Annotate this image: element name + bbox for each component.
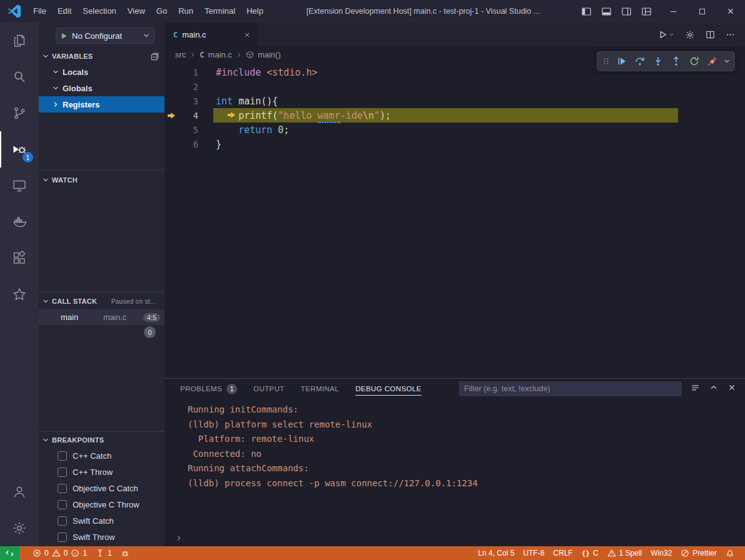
maximize-button[interactable]: [687, 0, 716, 22]
scope-registers[interactable]: Registers: [39, 96, 165, 112]
debug-console-repl-input[interactable]: [188, 534, 745, 543]
activity-extensions-icon[interactable]: [0, 240, 39, 276]
panel-tab-output[interactable]: OUTPUT: [253, 379, 285, 399]
gear-button[interactable]: [685, 30, 695, 40]
close-tab-icon[interactable]: [243, 31, 251, 39]
filter-lines-button[interactable]: [691, 383, 700, 394]
checkbox[interactable]: [58, 468, 67, 477]
activity-source-control-icon[interactable]: [0, 95, 39, 131]
activity-star-icon[interactable]: [0, 276, 39, 312]
activity-explorer-icon[interactable]: [0, 22, 39, 59]
platform[interactable]: Win32: [646, 546, 676, 560]
menu-edit[interactable]: Edit: [52, 0, 77, 22]
menu-run[interactable]: Run: [173, 0, 199, 22]
menu-terminal[interactable]: Terminal: [199, 0, 241, 22]
code-token: [216, 124, 238, 136]
step-into-button[interactable]: [650, 53, 666, 69]
breakpoints-section-header[interactable]: BREAKPOINTS: [39, 432, 165, 448]
activity-remote-explorer-icon[interactable]: [0, 168, 39, 204]
minimize-button[interactable]: [659, 0, 687, 22]
code-line[interactable]: 5 return 0;: [165, 122, 745, 137]
checkbox[interactable]: [58, 484, 67, 493]
panel-tab-problems[interactable]: PROBLEMS1: [180, 379, 237, 399]
code-line[interactable]: 3int main(){: [165, 94, 745, 108]
tab-main.c[interactable]: C main.c: [165, 22, 257, 47]
code-editor[interactable]: 1#include <stdio.h>23int main(){4 printf…: [165, 62, 745, 151]
disconnect-button[interactable]: [704, 53, 721, 69]
debug-config-dropdown[interactable]: No Configurat: [56, 28, 155, 44]
step-into-icon: [653, 56, 663, 66]
encoding[interactable]: UTF-8: [519, 546, 549, 560]
breakpoint-objective-c-catch[interactable]: Objective C Catch: [39, 480, 165, 496]
frame-position-badge: 4:5: [143, 313, 160, 322]
eol[interactable]: CRLF: [549, 546, 577, 560]
code-line[interactable]: 2: [165, 79, 745, 94]
forwarded-ports[interactable]: 1: [91, 546, 116, 560]
breakpoint-swift-catch[interactable]: Swift Catch: [39, 512, 165, 529]
star-icon: [12, 287, 27, 302]
step-out-button[interactable]: [668, 53, 684, 69]
menu-go[interactable]: Go: [151, 0, 173, 22]
panel-tab-debug-console[interactable]: DEBUG CONSOLE: [355, 379, 422, 399]
checkbox[interactable]: [58, 516, 67, 526]
continue-button[interactable]: [614, 53, 630, 69]
problems-summary[interactable]: 001: [28, 546, 91, 560]
menu-file[interactable]: File: [28, 0, 52, 22]
notifications[interactable]: [721, 546, 739, 560]
code-line[interactable]: 4 printf("hello wamr-ide\n");: [165, 108, 745, 122]
chevron-down-button[interactable]: [722, 53, 731, 69]
checkbox[interactable]: [58, 532, 67, 542]
remote-indicator[interactable]: [0, 546, 19, 560]
panel-tab-terminal[interactable]: TERMINAL: [301, 379, 339, 399]
close-button[interactable]: [716, 0, 745, 22]
layout-panel-button[interactable]: [597, 0, 615, 22]
variables-section-header[interactable]: VARIABLES: [39, 49, 165, 64]
call-stack-section-header[interactable]: CALL STACK Paused on st...: [39, 294, 165, 309]
breadcrumb-item[interactable]: main.c: [208, 50, 232, 59]
breadcrumb-item[interactable]: src: [175, 50, 186, 59]
menu-selection[interactable]: Selection: [77, 0, 121, 22]
close-button[interactable]: [727, 383, 736, 394]
status-text: UTF-8: [523, 549, 544, 558]
activity-settings-gear-icon[interactable]: [0, 510, 39, 546]
split-editor-button[interactable]: [706, 30, 715, 39]
breadcrumb-item[interactable]: main(): [258, 50, 281, 59]
breakpoint-objective-c-throw[interactable]: Objective C Throw: [39, 496, 165, 512]
prettier[interactable]: Prettier: [676, 546, 721, 560]
activity-search-icon[interactable]: [0, 59, 39, 95]
run-button[interactable]: [658, 30, 674, 39]
checkbox[interactable]: [58, 500, 67, 509]
breakpoint-gutter[interactable]: [165, 112, 178, 119]
collapse-all-icon[interactable]: [150, 52, 160, 61]
menu-view[interactable]: View: [122, 0, 151, 22]
breakpoint-c-throw[interactable]: C++ Throw: [39, 464, 165, 480]
layout-sidebar-button[interactable]: [577, 0, 595, 22]
console-filter-input[interactable]: [459, 381, 682, 396]
watch-section-header[interactable]: WATCH: [39, 172, 165, 188]
scope-locals[interactable]: Locals: [39, 64, 165, 80]
scope-label: Globals: [63, 84, 93, 93]
watch-title: WATCH: [52, 176, 78, 184]
activity-account-icon[interactable]: [0, 474, 39, 510]
breakpoint-swift-throw[interactable]: Swift Throw: [39, 529, 165, 545]
menu-help[interactable]: Help: [241, 0, 269, 22]
step-over-button[interactable]: [632, 53, 648, 69]
spell-checker[interactable]: 1 Spell: [603, 546, 647, 560]
restart-button[interactable]: [686, 53, 702, 69]
code-token: (: [272, 110, 278, 121]
activity-docker-icon[interactable]: [0, 204, 39, 240]
language-mode[interactable]: {}C: [577, 546, 603, 560]
chevron-up-button[interactable]: [709, 383, 718, 394]
layout-customize-button[interactable]: [637, 0, 655, 22]
stack-frame-main[interactable]: main main.c 4:5: [39, 309, 165, 325]
debug-status[interactable]: [116, 546, 134, 560]
breakpoint-c-catch[interactable]: C++ Catch: [39, 448, 165, 464]
cursor-position[interactable]: Ln 4, Col 5: [474, 546, 519, 560]
layout-sidebar-right-button[interactable]: [617, 0, 635, 22]
checkbox[interactable]: [58, 451, 67, 461]
code-line[interactable]: 6}: [165, 137, 745, 151]
scope-globals[interactable]: Globals: [39, 80, 165, 96]
activity-run-debug-icon[interactable]: 1: [0, 131, 39, 168]
line-number: 2: [178, 82, 198, 92]
ellipsis-button[interactable]: [726, 30, 735, 39]
